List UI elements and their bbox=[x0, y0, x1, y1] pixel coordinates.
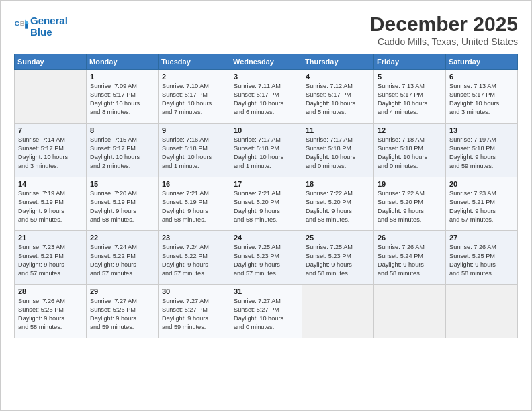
calendar-cell: 29Sunrise: 7:27 AMSunset: 5:26 PMDayligh… bbox=[87, 285, 159, 338]
day-number: 29 bbox=[90, 287, 154, 295]
day-number: 7 bbox=[18, 126, 83, 134]
day-detail: Sunrise: 7:21 AMSunset: 5:20 PMDaylight:… bbox=[234, 189, 298, 224]
calendar-cell: 2Sunrise: 7:10 AMSunset: 5:17 PMDaylight… bbox=[159, 70, 230, 124]
calendar-cell: 6Sunrise: 7:13 AMSunset: 5:17 PMDaylight… bbox=[446, 70, 518, 124]
day-number: 26 bbox=[378, 234, 442, 242]
day-number: 12 bbox=[378, 126, 442, 134]
day-detail: Sunrise: 7:10 AMSunset: 5:17 PMDaylight:… bbox=[162, 82, 226, 117]
day-number: 2 bbox=[162, 73, 226, 81]
day-number: 4 bbox=[306, 73, 370, 81]
day-detail: Sunrise: 7:24 AMSunset: 5:22 PMDaylight:… bbox=[162, 243, 226, 278]
calendar-cell: 17Sunrise: 7:21 AMSunset: 5:20 PMDayligh… bbox=[230, 177, 302, 231]
calendar-cell bbox=[374, 285, 446, 338]
day-detail: Sunrise: 7:17 AMSunset: 5:18 PMDaylight:… bbox=[234, 136, 298, 171]
svg-marker-3 bbox=[25, 19, 29, 24]
day-detail: Sunrise: 7:27 AMSunset: 5:27 PMDaylight:… bbox=[234, 297, 298, 332]
calendar-cell: 3Sunrise: 7:11 AMSunset: 5:17 PMDaylight… bbox=[230, 70, 302, 124]
calendar-page: G B General Blue December 2025 Caddo Mil… bbox=[0, 0, 532, 411]
calendar-cell bbox=[446, 285, 518, 338]
calendar-cell: 24Sunrise: 7:25 AMSunset: 5:23 PMDayligh… bbox=[230, 231, 302, 285]
day-number: 21 bbox=[18, 234, 83, 242]
day-detail: Sunrise: 7:14 AMSunset: 5:17 PMDaylight:… bbox=[18, 136, 83, 171]
calendar-table: SundayMondayTuesdayWednesdayThursdayFrid… bbox=[14, 54, 518, 338]
svg-text:G: G bbox=[15, 19, 19, 27]
day-detail: Sunrise: 7:12 AMSunset: 5:17 PMDaylight:… bbox=[306, 82, 370, 117]
day-detail: Sunrise: 7:23 AMSunset: 5:21 PMDaylight:… bbox=[18, 243, 83, 278]
calendar-cell bbox=[302, 285, 374, 338]
day-header-tuesday: Tuesday bbox=[159, 54, 230, 70]
day-detail: Sunrise: 7:22 AMSunset: 5:20 PMDaylight:… bbox=[306, 189, 370, 224]
day-detail: Sunrise: 7:11 AMSunset: 5:17 PMDaylight:… bbox=[234, 82, 298, 117]
calendar-week-4: 21Sunrise: 7:23 AMSunset: 5:21 PMDayligh… bbox=[15, 231, 518, 285]
calendar-cell: 14Sunrise: 7:19 AMSunset: 5:19 PMDayligh… bbox=[15, 177, 87, 231]
calendar-cell: 16Sunrise: 7:21 AMSunset: 5:19 PMDayligh… bbox=[159, 177, 230, 231]
logo-blue: Blue bbox=[30, 26, 52, 38]
calendar-cell: 9Sunrise: 7:16 AMSunset: 5:18 PMDaylight… bbox=[159, 124, 230, 177]
day-detail: Sunrise: 7:26 AMSunset: 5:24 PMDaylight:… bbox=[378, 243, 442, 278]
logo-text: General Blue bbox=[30, 15, 68, 38]
calendar-cell: 23Sunrise: 7:24 AMSunset: 5:22 PMDayligh… bbox=[159, 231, 230, 285]
calendar-week-5: 28Sunrise: 7:26 AMSunset: 5:25 PMDayligh… bbox=[15, 285, 518, 338]
day-number: 22 bbox=[90, 234, 154, 242]
day-number: 1 bbox=[90, 73, 154, 81]
calendar-cell: 13Sunrise: 7:19 AMSunset: 5:18 PMDayligh… bbox=[446, 124, 518, 177]
day-number: 6 bbox=[449, 73, 514, 81]
calendar-cell: 1Sunrise: 7:09 AMSunset: 5:17 PMDaylight… bbox=[87, 70, 159, 124]
day-number: 31 bbox=[234, 287, 298, 295]
day-number: 3 bbox=[234, 73, 298, 81]
day-detail: Sunrise: 7:18 AMSunset: 5:18 PMDaylight:… bbox=[378, 136, 442, 171]
day-header-saturday: Saturday bbox=[446, 54, 518, 70]
day-header-thursday: Thursday bbox=[302, 54, 374, 70]
day-detail: Sunrise: 7:21 AMSunset: 5:19 PMDaylight:… bbox=[162, 189, 226, 224]
calendar-cell: 8Sunrise: 7:15 AMSunset: 5:17 PMDaylight… bbox=[87, 124, 159, 177]
day-detail: Sunrise: 7:25 AMSunset: 5:23 PMDaylight:… bbox=[306, 243, 370, 278]
calendar-cell: 12Sunrise: 7:18 AMSunset: 5:18 PMDayligh… bbox=[374, 124, 446, 177]
calendar-header-row: SundayMondayTuesdayWednesdayThursdayFrid… bbox=[15, 54, 518, 70]
day-number: 28 bbox=[18, 287, 83, 295]
day-number: 17 bbox=[234, 180, 298, 188]
logo-general: General bbox=[30, 15, 68, 26]
day-header-wednesday: Wednesday bbox=[230, 54, 302, 70]
day-number: 5 bbox=[378, 73, 442, 81]
calendar-cell: 15Sunrise: 7:20 AMSunset: 5:19 PMDayligh… bbox=[87, 177, 159, 231]
day-detail: Sunrise: 7:20 AMSunset: 5:19 PMDaylight:… bbox=[90, 189, 154, 224]
calendar-cell: 7Sunrise: 7:14 AMSunset: 5:17 PMDaylight… bbox=[15, 124, 87, 177]
calendar-cell: 18Sunrise: 7:22 AMSunset: 5:20 PMDayligh… bbox=[302, 177, 374, 231]
calendar-cell: 21Sunrise: 7:23 AMSunset: 5:21 PMDayligh… bbox=[15, 231, 87, 285]
day-number: 19 bbox=[378, 180, 442, 188]
svg-text:B: B bbox=[20, 19, 25, 27]
logo: G B General Blue bbox=[14, 15, 68, 38]
day-number: 18 bbox=[306, 180, 370, 188]
calendar-cell: 25Sunrise: 7:25 AMSunset: 5:23 PMDayligh… bbox=[302, 231, 374, 285]
day-detail: Sunrise: 7:17 AMSunset: 5:18 PMDaylight:… bbox=[306, 136, 370, 171]
day-number: 16 bbox=[162, 180, 226, 188]
day-number: 8 bbox=[90, 126, 154, 134]
day-number: 30 bbox=[162, 287, 226, 295]
day-detail: Sunrise: 7:23 AMSunset: 5:21 PMDaylight:… bbox=[449, 189, 514, 224]
calendar-cell: 31Sunrise: 7:27 AMSunset: 5:27 PMDayligh… bbox=[230, 285, 302, 338]
calendar-week-1: 1Sunrise: 7:09 AMSunset: 5:17 PMDaylight… bbox=[15, 70, 518, 124]
calendar-cell: 11Sunrise: 7:17 AMSunset: 5:18 PMDayligh… bbox=[302, 124, 374, 177]
day-detail: Sunrise: 7:15 AMSunset: 5:17 PMDaylight:… bbox=[90, 136, 154, 171]
calendar-cell: 26Sunrise: 7:26 AMSunset: 5:24 PMDayligh… bbox=[374, 231, 446, 285]
calendar-cell: 19Sunrise: 7:22 AMSunset: 5:20 PMDayligh… bbox=[374, 177, 446, 231]
day-header-monday: Monday bbox=[87, 54, 159, 70]
day-number: 25 bbox=[306, 234, 370, 242]
day-detail: Sunrise: 7:26 AMSunset: 5:25 PMDaylight:… bbox=[18, 297, 83, 332]
calendar-cell bbox=[15, 70, 87, 124]
day-number: 20 bbox=[449, 180, 514, 188]
day-detail: Sunrise: 7:16 AMSunset: 5:18 PMDaylight:… bbox=[162, 136, 226, 171]
day-detail: Sunrise: 7:27 AMSunset: 5:27 PMDaylight:… bbox=[162, 297, 226, 332]
calendar-week-3: 14Sunrise: 7:19 AMSunset: 5:19 PMDayligh… bbox=[15, 177, 518, 231]
subtitle: Caddo Mills, Texas, United States bbox=[370, 36, 518, 47]
day-detail: Sunrise: 7:13 AMSunset: 5:17 PMDaylight:… bbox=[449, 82, 514, 117]
title-block: December 2025 Caddo Mills, Texas, United… bbox=[370, 13, 518, 47]
day-detail: Sunrise: 7:09 AMSunset: 5:17 PMDaylight:… bbox=[90, 82, 154, 117]
day-detail: Sunrise: 7:27 AMSunset: 5:26 PMDaylight:… bbox=[90, 297, 154, 332]
day-number: 23 bbox=[162, 234, 226, 242]
main-title: December 2025 bbox=[370, 13, 518, 35]
calendar-cell: 27Sunrise: 7:26 AMSunset: 5:25 PMDayligh… bbox=[446, 231, 518, 285]
header: G B General Blue December 2025 Caddo Mil… bbox=[14, 13, 518, 47]
day-header-sunday: Sunday bbox=[15, 54, 87, 70]
day-number: 9 bbox=[162, 126, 226, 134]
